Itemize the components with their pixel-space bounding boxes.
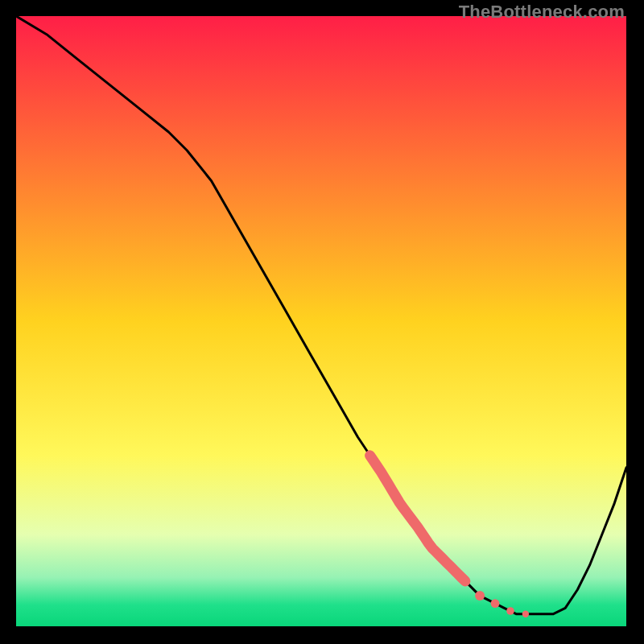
- chart-frame: [16, 16, 626, 626]
- watermark-text: TheBottleneck.com: [459, 2, 625, 23]
- highlight-dot: [475, 591, 485, 601]
- highlight-dot: [491, 599, 500, 608]
- highlight-dot: [522, 611, 529, 617]
- highlight-dot: [506, 607, 514, 615]
- chart-background: [16, 16, 626, 626]
- chart-svg: [16, 16, 626, 626]
